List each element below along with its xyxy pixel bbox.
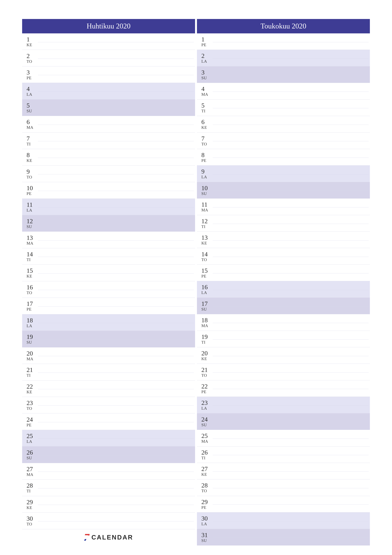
day-row: 9LA	[197, 166, 370, 182]
day-cell: 16LA	[197, 281, 213, 297]
day-row: 24SU	[197, 413, 370, 430]
day-row: 25LA	[22, 430, 195, 446]
day-number: 24	[201, 416, 213, 423]
day-number: 23	[27, 400, 38, 406]
day-number: 6	[27, 119, 38, 125]
day-weekday: TI	[27, 489, 38, 493]
day-weekday: SU	[201, 423, 213, 427]
day-weekday: TI	[27, 142, 38, 146]
day-note-line	[38, 151, 194, 158]
day-note-line	[38, 498, 194, 505]
day-weekday: MA	[27, 125, 38, 130]
day-number: 28	[27, 482, 38, 489]
day-note-line	[213, 299, 369, 307]
day-row: 21TO	[197, 364, 370, 380]
day-row: 22PE	[197, 380, 370, 397]
day-note-line	[213, 332, 369, 340]
day-row: 2LA	[197, 50, 370, 66]
day-weekday: KE	[27, 390, 38, 394]
day-row: 18LA	[22, 314, 195, 331]
day-note-line	[38, 117, 194, 125]
day-row: 12TI	[197, 215, 370, 232]
day-weekday: PE	[201, 274, 213, 278]
day-note-line	[38, 382, 194, 389]
day-cell: 29PE	[197, 496, 213, 512]
day-note-line	[213, 481, 369, 488]
day-note-line	[213, 200, 369, 207]
day-number: 7	[201, 135, 213, 142]
day-number: 1	[27, 36, 38, 43]
day-note-line	[213, 167, 369, 174]
day-number: 27	[27, 466, 38, 472]
day-cell: 17SU	[197, 298, 213, 314]
day-number: 15	[201, 267, 213, 274]
day-note-line	[213, 35, 369, 42]
day-note-line	[38, 399, 194, 406]
day-weekday: MA	[27, 357, 38, 361]
day-row: 30LA	[197, 512, 370, 529]
day-number: 4	[27, 86, 38, 92]
day-cell: 12TI	[197, 215, 213, 232]
day-note-line	[213, 117, 369, 125]
day-number: 19	[201, 334, 213, 340]
day-cell: 29KE	[22, 496, 38, 512]
day-weekday: KE	[27, 505, 38, 510]
day-note-line	[213, 101, 369, 108]
day-row: 15KE	[22, 265, 195, 281]
day-weekday: LA	[201, 59, 213, 63]
month-header: Toukokuu 2020	[197, 19, 370, 33]
day-cell: 28TO	[197, 479, 213, 496]
day-weekday: TI	[201, 340, 213, 344]
day-cell: 1PE	[197, 33, 213, 50]
day-number: 10	[201, 185, 213, 191]
day-cell: 22KE	[22, 380, 38, 397]
day-note-line	[38, 101, 194, 108]
day-cell: 5SU	[22, 100, 38, 116]
day-weekday: TO	[27, 175, 38, 179]
day-number: 5	[201, 102, 213, 109]
day-weekday: SU	[27, 456, 38, 460]
day-cell: 14TI	[22, 248, 38, 264]
day-number: 29	[201, 499, 213, 505]
day-number: 18	[27, 317, 38, 324]
day-cell: 6MA	[22, 116, 38, 132]
day-cell: 30TO	[22, 513, 38, 529]
day-cell: 17PE	[22, 298, 38, 314]
day-weekday: TO	[27, 59, 38, 64]
day-weekday: MA	[201, 323, 213, 328]
day-weekday: TO	[201, 489, 213, 493]
day-note-line	[213, 448, 369, 455]
day-note-line	[38, 167, 194, 175]
day-cell: 28TI	[22, 480, 38, 496]
day-weekday: PE	[27, 423, 38, 427]
day-note-line	[213, 365, 369, 372]
day-row: 9TO	[22, 166, 195, 182]
day-row: 20MA	[22, 347, 195, 364]
day-cell: 2LA	[197, 50, 213, 66]
day-note-line	[213, 514, 369, 521]
calendar-page: Huhtikuu 20201KE2TO3PE4LA5SU6MA7TI8KE9TO…	[22, 19, 370, 546]
day-row: 29PE	[197, 496, 370, 512]
day-row: 15PE	[197, 265, 370, 281]
day-weekday: TI	[201, 109, 213, 113]
day-weekday: LA	[201, 291, 213, 295]
day-weekday: KE	[27, 43, 38, 47]
day-row: 16LA	[197, 281, 370, 298]
day-cell: 24SU	[197, 413, 213, 430]
day-number: 17	[27, 300, 38, 307]
day-cell: 22PE	[197, 380, 213, 397]
day-weekday: LA	[27, 208, 38, 212]
day-weekday: MA	[27, 241, 38, 245]
day-row: 21TI	[22, 364, 195, 380]
day-row: 2TO	[22, 50, 195, 66]
day-row: 7TO	[197, 132, 370, 149]
day-weekday: TI	[201, 225, 213, 229]
day-weekday: TI	[27, 258, 38, 262]
day-number: 17	[201, 300, 213, 307]
day-number: 13	[201, 234, 213, 241]
day-cell: 4LA	[22, 83, 38, 99]
day-note-line	[213, 266, 369, 274]
day-row: 14TO	[197, 248, 370, 264]
day-cell: 18MA	[197, 314, 213, 330]
day-row: 16TO	[22, 281, 195, 298]
